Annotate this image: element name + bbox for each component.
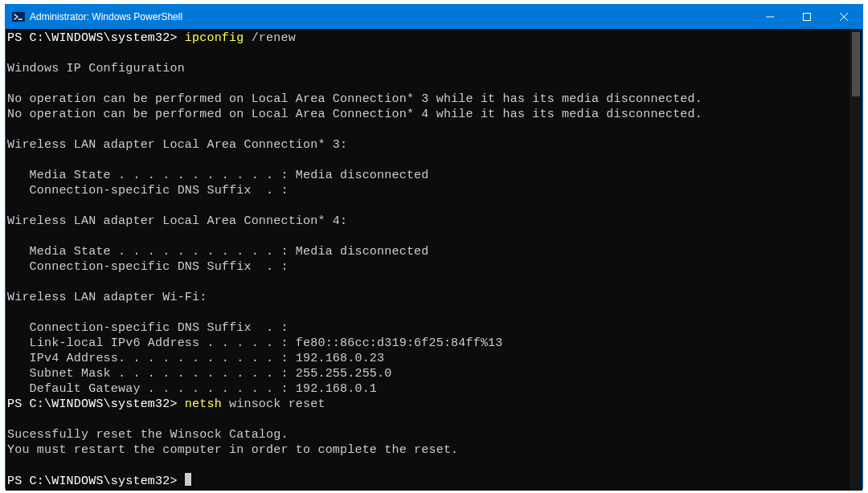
command-highlight: netsh — [185, 397, 222, 411]
output-block: Windows IP Configuration No operation ca… — [7, 62, 702, 396]
terminal-output[interactable]: PS C:\WINDOWS\system32> ipconfig /renew … — [6, 29, 850, 491]
scroll-thumb[interactable] — [852, 32, 860, 96]
output-block: Sucessfully reset the Winsock Catalog. Y… — [7, 428, 458, 457]
prompt-line: PS C:\WINDOWS\system32> — [7, 31, 185, 45]
minimize-button[interactable] — [751, 5, 788, 29]
terminal-area: PS C:\WINDOWS\system32> ipconfig /renew … — [6, 29, 862, 491]
command-args: /renew — [244, 31, 295, 45]
svg-rect-3 — [804, 14, 811, 21]
vertical-scrollbar[interactable] — [850, 29, 862, 491]
svg-rect-0 — [12, 12, 25, 22]
cursor — [185, 473, 191, 486]
command-args: winsock reset — [222, 397, 326, 411]
close-button[interactable] — [825, 5, 862, 29]
titlebar[interactable]: Administrator: Windows PowerShell — [6, 5, 862, 29]
window-title: Administrator: Windows PowerShell — [30, 11, 182, 22]
command-highlight: ipconfig — [185, 31, 244, 45]
powershell-icon — [12, 10, 25, 23]
maximize-button[interactable] — [788, 5, 825, 29]
prompt-line: PS C:\WINDOWS\system32> — [7, 397, 185, 411]
prompt-line: PS C:\WINDOWS\system32> — [7, 475, 185, 488]
powershell-window: Administrator: Windows PowerShell PS C:\… — [5, 4, 863, 489]
